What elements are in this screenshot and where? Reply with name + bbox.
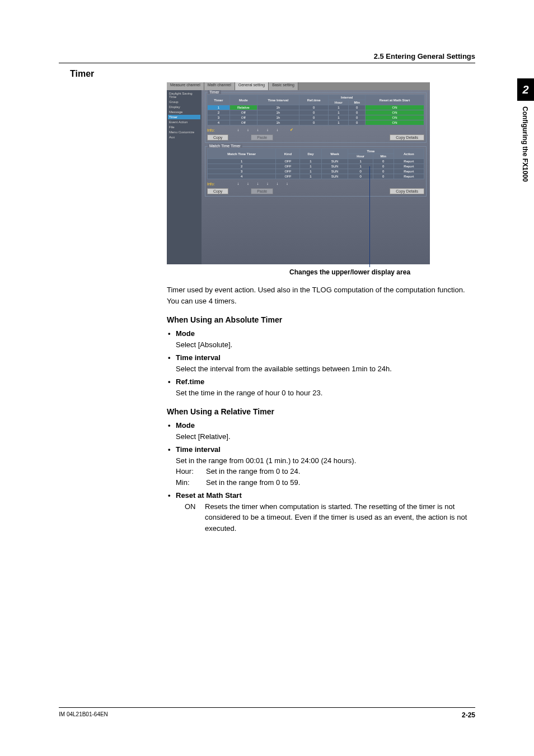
content-body: Timer used by event action. Used also in…: [167, 284, 477, 536]
abs-ti-body: Select the interval from the available s…: [176, 363, 477, 375]
header-section-label: 2.5 Entering General Settings: [374, 52, 475, 60]
sidebar-item-dst[interactable]: Daylight Saving Time: [168, 91, 200, 99]
sidebar-item-aux[interactable]: Aux: [168, 135, 200, 139]
th-interval: Interval: [329, 95, 366, 100]
abs-mode-body: Select [Absolute].: [176, 339, 477, 351]
th-time-interval: Time Interval: [257, 95, 299, 105]
mtt-row-2[interactable]: 2 OFF 1 SUN 1 0 Report: [208, 164, 424, 169]
sidebar-item-group[interactable]: Group: [168, 100, 200, 104]
rel-rm-title: Reset at Math Start: [176, 491, 242, 500]
section-title-timer: Timer: [70, 69, 94, 79]
abs-rt-body: Set the time in the range of hour 0 to h…: [176, 388, 477, 399]
th-reset: Reset at Math Start: [366, 95, 424, 105]
rel-mode-body: Select [Relative].: [176, 431, 477, 442]
info-label: Info:: [207, 128, 215, 132]
sidebar-item-display[interactable]: Display: [168, 105, 200, 109]
info-arrows: ↓ ↓ ↓ ↓ ↓ ✔: [237, 127, 294, 133]
sidebar-item-menu-customize[interactable]: Menu Customize: [168, 130, 200, 134]
screenshot-tabs: Measure channel Math channel General set…: [167, 82, 430, 90]
rel-mode-item: Mode Select [Relative].: [167, 420, 477, 442]
paste-button[interactable]: Paste: [251, 134, 273, 141]
rel-ti-hour-val: Set in the range from 0 to 24.: [206, 466, 300, 477]
rel-ti-min-key: Min:: [176, 477, 206, 488]
heading-absolute-timer: When Using an Absolute Timer: [167, 314, 477, 326]
th-day: Day: [300, 149, 321, 159]
timer-row-2[interactable]: 2 Off 1h 0 1 0 ON: [208, 110, 424, 115]
th-action: Action: [394, 149, 424, 159]
timer-row-3[interactable]: 3 Off 1h 0 1 0 ON: [208, 115, 424, 120]
sidebar-item-message[interactable]: Message: [168, 110, 200, 114]
mtt-panel-label: Match Time Timer: [208, 144, 242, 148]
th-kind: Kind: [276, 149, 300, 159]
timer-row-4[interactable]: 4 Off 1h 0 1 0 ON: [208, 120, 424, 125]
callout-line: [369, 166, 370, 267]
rel-ti-body1: Set in the range from 00:01 (1 min.) to …: [176, 455, 477, 466]
screenshot-sidebar: Daylight Saving Time Group Display Messa…: [167, 90, 202, 264]
mtt-row-4[interactable]: 4 OFF 1 SUN 0 0 Report: [208, 174, 424, 179]
tab-basic-setting[interactable]: Basic setting: [269, 82, 298, 90]
heading-relative-timer: When Using a Relative Timer: [167, 406, 477, 418]
th-mode: Mode: [229, 95, 257, 105]
th-min: Min: [349, 100, 366, 105]
abs-rt-title: Ref.time: [176, 377, 204, 386]
abs-time-interval-item: Time interval Select the interval from t…: [167, 352, 477, 374]
rel-ti-hour-key: Hour:: [176, 466, 206, 477]
rel-time-interval-item: Time interval Set in the range from 00:0…: [167, 444, 477, 488]
sidebar-item-event-action[interactable]: Event Action: [168, 120, 200, 124]
copy-details-button-2[interactable]: Copy Details: [390, 188, 424, 194]
abs-ref-time-item: Ref.time Set the time in the range of ho…: [167, 376, 477, 398]
timer-panel: Timer Timer Mode Time Interval Ref.time …: [205, 92, 427, 143]
abs-ti-title: Time interval: [176, 353, 221, 362]
chapter-number: 2: [517, 78, 534, 101]
sidebar-item-timer[interactable]: Timer: [168, 115, 200, 119]
rel-ti-min-val: Set in the range from 0 to 59.: [206, 477, 300, 488]
timer-row-1[interactable]: 1 Relative 1h 0 1 0 ON: [208, 105, 424, 110]
th-mtt: Match Time Timer: [208, 149, 276, 159]
mtt-table: Match Time Timer Kind Day Week Time Acti…: [207, 148, 424, 179]
abs-mode-item: Mode Select [Absolute].: [167, 328, 477, 350]
th-timer: Timer: [208, 95, 230, 105]
side-tab: 2 Configuring the FX1000: [517, 78, 534, 182]
screenshot-timer-settings: Measure channel Math channel General set…: [167, 82, 430, 264]
rel-ti-title: Time interval: [176, 445, 221, 454]
caption-changes-display-area: Changes the upper/lower display area: [289, 268, 410, 276]
rel-rm-on-val: Resets the timer when computation is sta…: [205, 501, 477, 534]
th-time-hour: Hour: [348, 154, 373, 159]
header-rule: [59, 63, 475, 63]
abs-mode-title: Mode: [176, 329, 195, 338]
copy-details-button[interactable]: Copy Details: [390, 134, 424, 141]
tab-math-channel[interactable]: Math channel: [204, 82, 235, 90]
page-footer: IM 04L21B01-64EN 2-25: [59, 707, 475, 719]
sidebar-item-file[interactable]: File: [168, 125, 200, 129]
th-week: Week: [321, 149, 348, 159]
timer-panel-label: Timer: [208, 90, 221, 94]
footer-doc-id: IM 04L21B01-64EN: [59, 711, 108, 719]
screenshot-main: Timer Timer Mode Time Interval Ref.time …: [202, 90, 430, 264]
footer-page-number: 2-25: [462, 711, 475, 719]
th-hour: Hour: [329, 100, 349, 105]
chapter-name: Configuring the FX1000: [517, 101, 529, 182]
rel-rm-on-key: ON: [185, 501, 205, 534]
copy-button[interactable]: Copy: [207, 134, 228, 141]
mtt-row-1[interactable]: 1 OFF 1 SUN 1 0 Report: [208, 159, 424, 164]
rel-mode-title: Mode: [176, 421, 195, 430]
copy-button-2[interactable]: Copy: [207, 188, 228, 194]
tab-measure-channel[interactable]: Measure channel: [167, 82, 204, 90]
intro-paragraph: Timer used by event action. Used also in…: [167, 284, 477, 306]
th-ref-time: Ref.time: [299, 95, 328, 105]
paste-button-2[interactable]: Paste: [251, 188, 273, 194]
info-label-2: Info:: [207, 182, 215, 186]
rel-reset-item: Reset at Math Start ON Resets the timer …: [167, 490, 477, 534]
tab-general-setting[interactable]: General setting: [235, 82, 269, 90]
mtt-row-3[interactable]: 3 OFF 1 SUN 0 0 Report: [208, 169, 424, 174]
th-time-min: Min: [373, 154, 394, 159]
timer-table: Timer Mode Time Interval Ref.time Interv…: [207, 95, 424, 125]
info-arrows-2: ↓ ↓ ↓ ↓ ↓ ↓: [237, 181, 288, 186]
match-time-timer-panel: Match Time Timer Match Time Timer Kind D…: [205, 146, 427, 197]
th-time: Time: [348, 149, 394, 154]
